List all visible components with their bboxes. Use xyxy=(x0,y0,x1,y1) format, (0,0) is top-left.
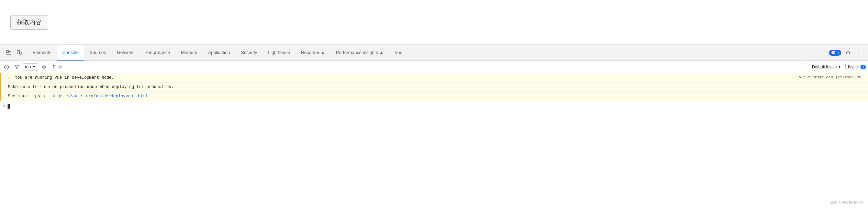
console-toolbar: top ▼ Default levels ▼ 1 Issue: 1 xyxy=(0,61,868,73)
svg-rect-0 xyxy=(7,51,9,53)
console-prompt: > xyxy=(3,103,5,110)
eye-icon[interactable] xyxy=(40,63,48,72)
console-cursor xyxy=(8,104,10,109)
more-options-icon[interactable]: ⋮ xyxy=(854,48,863,57)
tab-bar-right: 💬 1 ⚙ ⋮ xyxy=(825,48,867,57)
chevron-down-icon-levels: ▼ xyxy=(838,65,841,69)
inspect-icon[interactable] xyxy=(4,48,14,58)
default-levels-selector[interactable]: Default levels ▼ xyxy=(810,64,843,70)
tab-elements[interactable]: Elements xyxy=(27,45,57,61)
issues-label: 1 Issue: xyxy=(845,65,859,69)
console-message-0: ⚠ You are running Vue in development mod… xyxy=(0,73,868,83)
tab-recorder[interactable]: Recorder ▲ xyxy=(296,45,331,61)
tab-lighthouse[interactable]: Lighthouse xyxy=(263,45,296,61)
devtools-tab-bar: Elements Console Sources Network Perform… xyxy=(0,45,868,61)
tab-performance[interactable]: Performance xyxy=(139,45,175,61)
console-output: ⚠ You are running Vue in development mod… xyxy=(0,73,868,208)
chevron-down-icon: ▼ xyxy=(32,65,36,69)
notification-badge[interactable]: 💬 1 xyxy=(829,50,841,56)
svg-line-7 xyxy=(5,66,8,68)
file-ref-0[interactable]: vue.runtime.esm.js?74d0:8793 xyxy=(799,75,863,80)
console-input-line[interactable]: > xyxy=(0,101,868,111)
tab-vue[interactable]: Vue xyxy=(389,45,408,61)
clear-console-icon[interactable] xyxy=(2,63,11,72)
filter-icon[interactable] xyxy=(12,63,21,72)
default-levels-label: Default levels xyxy=(812,65,837,69)
get-content-button[interactable]: 获取内容 xyxy=(10,15,48,30)
tab-console[interactable]: Console xyxy=(57,45,84,61)
tab-performance-insights[interactable]: Performance insights ▲ xyxy=(331,45,389,61)
device-toolbar-icon[interactable] xyxy=(14,48,24,58)
svg-rect-5 xyxy=(20,52,21,54)
deployment-link[interactable]: https://vuejs.org/guide/deployment.html xyxy=(51,94,148,99)
issues-badge[interactable]: 1 Issue: 1 xyxy=(845,65,866,69)
warning-icon: ⚠ xyxy=(8,75,10,80)
settings-icon[interactable]: ⚙ xyxy=(843,48,852,57)
context-label: top xyxy=(25,65,31,69)
svg-marker-8 xyxy=(15,65,19,69)
context-selector[interactable]: top ▼ xyxy=(23,63,38,71)
toolbar-divider xyxy=(807,63,807,71)
tab-sources[interactable]: Sources xyxy=(84,45,112,61)
page-area: 获取内容 xyxy=(0,0,868,45)
console-message-0-content: ⚠ You are running Vue in development mod… xyxy=(8,75,796,81)
console-message-1: Make sure to turn on production mode whe… xyxy=(0,83,868,92)
devtools-icons xyxy=(1,45,27,61)
console-message-1-content: Make sure to turn on production mode whe… xyxy=(8,84,865,90)
tab-memory[interactable]: Memory xyxy=(176,45,203,61)
console-message-2-content: See more tips at https://vuejs.org/guide… xyxy=(8,93,865,99)
svg-rect-4 xyxy=(17,51,20,54)
issues-count: 1 xyxy=(860,65,866,69)
svg-point-9 xyxy=(43,66,44,67)
tab-application[interactable]: Application xyxy=(203,45,236,61)
notification-count: 1 xyxy=(837,51,839,55)
console-message-2: See more tips at https://vuejs.org/guide… xyxy=(0,92,868,101)
filter-input[interactable] xyxy=(50,63,804,71)
devtools-panel: Elements Console Sources Network Perform… xyxy=(0,45,868,208)
chat-icon: 💬 xyxy=(831,51,836,55)
tab-network[interactable]: Network xyxy=(112,45,139,61)
tabs-list: Elements Console Sources Network Perform… xyxy=(27,45,825,61)
tab-security[interactable]: Security xyxy=(235,45,263,61)
watermark: @掘土掘金技术社区 xyxy=(830,200,864,205)
